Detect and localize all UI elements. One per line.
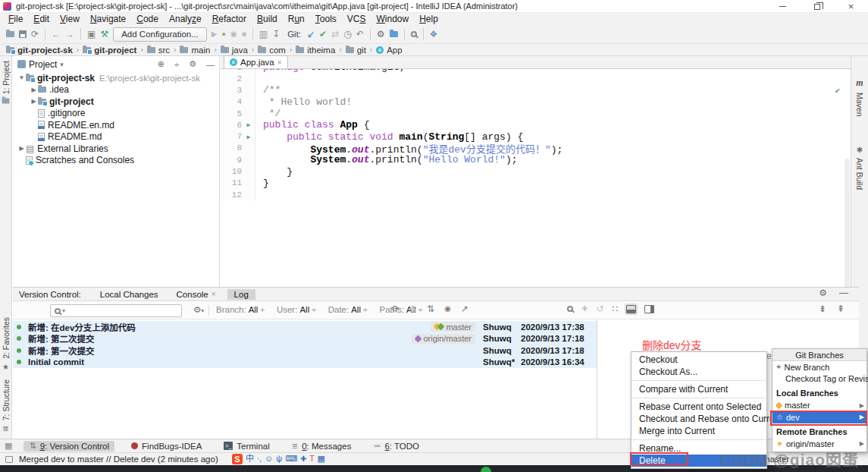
- project-structure-icon[interactable]: [390, 31, 398, 37]
- toolwindow-terminal[interactable]: >_Terminal: [218, 441, 274, 452]
- toolbox-icon[interactable]: ✚: [300, 455, 306, 463]
- crumb-git-project-sk[interactable]: git-project-sk: [6, 46, 73, 55]
- debug-icon[interactable]: ●: [222, 31, 226, 38]
- close-tab-icon[interactable]: ×: [277, 58, 282, 67]
- crumb-git-project[interactable]: git-project: [83, 46, 136, 55]
- run-gutter-icon[interactable]: ▶: [242, 121, 255, 128]
- refresh-icon[interactable]: ⟳: [392, 304, 400, 313]
- go-forward-icon[interactable]: ✚: [581, 305, 588, 313]
- rollback-icon[interactable]: ↶: [356, 30, 364, 39]
- tree-item-readme-md[interactable]: README.md: [13, 131, 219, 143]
- menu-item-checkout-as-[interactable]: Checkout As...: [631, 366, 766, 378]
- crumb-git[interactable]: git: [346, 46, 366, 55]
- tab-app-java[interactable]: c App.java ×: [224, 55, 288, 68]
- undo-icon[interactable]: ↺: [596, 304, 603, 313]
- editor-scrollbar[interactable]: [844, 159, 850, 300]
- menu-view[interactable]: View: [55, 14, 85, 24]
- emoji-icon[interactable]: ☺: [265, 455, 273, 463]
- grid-icon[interactable]: ▦: [318, 455, 325, 463]
- back-icon[interactable]: ←: [52, 30, 61, 39]
- run-anything-icon[interactable]: ▣: [87, 30, 96, 39]
- profiler-icon[interactable]: ▥: [259, 30, 268, 39]
- chevron-right-icon[interactable]: ▶: [17, 145, 26, 152]
- mic-icon[interactable]: ψ: [276, 455, 282, 463]
- crumb-com[interactable]: com: [258, 46, 286, 55]
- menu-navigate[interactable]: Navigate: [85, 14, 131, 24]
- popup-item-new-branch[interactable]: +New Branch: [772, 361, 866, 373]
- locate-file-icon[interactable]: ⊕: [158, 59, 165, 69]
- filter-user[interactable]: User:All: [277, 305, 316, 314]
- expand-all-icon[interactable]: ⇟: [819, 304, 826, 313]
- tree-item--idea[interactable]: ▶.idea: [13, 84, 219, 96]
- settings-wrench-icon[interactable]: ⚙: [377, 30, 385, 39]
- inspections-ok-icon[interactable]: ✔: [835, 86, 840, 96]
- toolwindow-9-version-control[interactable]: ⇅9: Version Control: [24, 441, 114, 452]
- menu-item-checkout-and-rebase-onto-current[interactable]: Checkout and Rebase onto Current: [631, 413, 766, 425]
- tree-item-scratches-and-consoles[interactable]: Scratches and Consoles: [13, 155, 219, 167]
- keyboard-icon[interactable]: ⌨: [285, 455, 297, 463]
- toolwindow-switcher-icon[interactable]: ▦: [5, 442, 12, 450]
- menu-vcs[interactable]: VCS: [342, 14, 371, 24]
- vcs-tab-local-changes[interactable]: Local Changes: [93, 289, 165, 300]
- close-tab-icon[interactable]: ×: [212, 290, 216, 298]
- crumb-app[interactable]: cApp: [376, 46, 402, 55]
- menu-file[interactable]: File: [3, 14, 28, 24]
- layout-bottom-icon[interactable]: [626, 305, 636, 313]
- punctuation-icon[interactable]: ·,: [257, 455, 262, 463]
- gear-icon[interactable]: ⚙: [819, 288, 827, 297]
- menu-code[interactable]: Code: [131, 14, 164, 24]
- save-icon[interactable]: [19, 30, 27, 38]
- stripe-item-favorites[interactable]: 2: Favorites ★: [0, 317, 11, 371]
- crumb-main[interactable]: main: [180, 46, 210, 55]
- tree-item-external-libraries[interactable]: ▶▤External Libraries: [13, 143, 219, 155]
- popup-item-checkout-tag-or-revision-[interactable]: Checkout Tag or Revision...: [772, 373, 866, 385]
- open-icon[interactable]: [6, 31, 14, 37]
- crumb-src[interactable]: src: [147, 46, 170, 55]
- event-log-icon[interactable]: [5, 456, 13, 463]
- menu-edit[interactable]: Edit: [28, 14, 55, 24]
- presentation-settings-icon[interactable]: ∷: [612, 304, 618, 313]
- toolwindow-findbugs-idea[interactable]: FindBugs-IDEA: [126, 441, 207, 452]
- stripe-item-ant[interactable]: ✱ Ant Build: [851, 146, 868, 190]
- update-project-icon[interactable]: ↙: [307, 30, 315, 39]
- code-area[interactable]: 1package com.itheima.git; 23/**4 * Hello…: [221, 69, 851, 200]
- chinese-mode-icon[interactable]: 中: [246, 455, 254, 463]
- restore-button[interactable]: [800, 0, 834, 13]
- crumb-java[interactable]: java: [221, 46, 248, 55]
- stripe-item-maven[interactable]: m Maven: [851, 77, 868, 117]
- commit-row[interactable]: 新增: 在dev分支上添加代码masterShuwq2020/9/13 17:3…: [13, 321, 597, 333]
- gear-icon[interactable]: ⚙: [189, 59, 196, 69]
- collapse-all-icon[interactable]: ÷: [174, 60, 179, 69]
- log-search-input[interactable]: ▾: [50, 304, 182, 317]
- coverage-icon[interactable]: ◉: [230, 30, 237, 38]
- chevron-right-icon[interactable]: ▶: [30, 98, 38, 105]
- tree-item-git-project-sk[interactable]: ▼git-project-skE:\project-sk\git-project…: [13, 72, 219, 84]
- menu-item-rebase-current-onto-selected[interactable]: Rebase Current onto Selected: [631, 401, 766, 413]
- toolwindow-6-todo[interactable]: ≔6: TODO: [368, 441, 425, 452]
- chevron-right-icon[interactable]: ▶: [30, 87, 38, 93]
- stop-icon[interactable]: ■: [242, 30, 246, 38]
- history-icon[interactable]: ◷: [343, 30, 351, 39]
- vcs-tab-console[interactable]: Console×: [170, 289, 223, 300]
- stripe-item-structure[interactable]: 7: Structure ≣: [0, 379, 11, 433]
- project-view-selector[interactable]: Project: [29, 59, 57, 70]
- menu-run[interactable]: Run: [283, 14, 310, 24]
- tree-item-git-project[interactable]: ▶git-project: [13, 96, 219, 108]
- menu-item-checkout[interactable]: Checkout: [631, 354, 766, 366]
- menu-analyze[interactable]: Analyze: [164, 14, 207, 24]
- sync-icon[interactable]: ⟳: [31, 30, 39, 39]
- collapse-all-icon[interactable]: ⇞: [837, 304, 844, 313]
- open-in-new-icon[interactable]: ↗: [461, 304, 468, 313]
- build-hammer-icon[interactable]: ⚒: [100, 30, 108, 39]
- skin-icon[interactable]: T: [309, 455, 314, 463]
- commit-row[interactable]: 新增: 第一次提交Shuwq2020/9/13 17:18: [13, 345, 597, 357]
- search-icon[interactable]: [567, 306, 573, 312]
- filter-date[interactable]: Date:All: [328, 305, 368, 314]
- crumb-itheima[interactable]: itheima: [296, 46, 335, 55]
- hide-icon[interactable]: —: [839, 288, 848, 297]
- minimize-button[interactable]: [766, 0, 800, 13]
- tree-item-readme-en-md[interactable]: README.en.md: [13, 119, 219, 131]
- run-gutter-icon[interactable]: ▶: [242, 134, 255, 140]
- filter-branch[interactable]: Branch:All: [216, 305, 265, 314]
- attach-icon[interactable]: ↧: [272, 30, 280, 39]
